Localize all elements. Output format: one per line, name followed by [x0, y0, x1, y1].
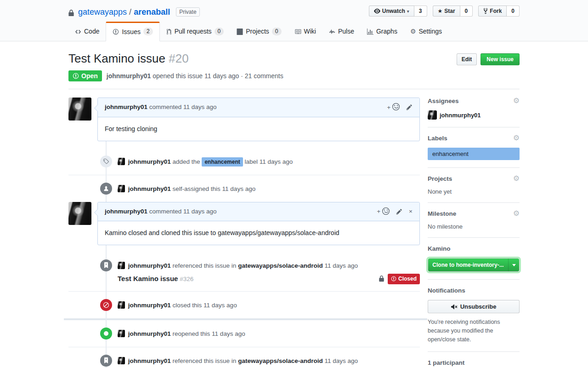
pencil-icon[interactable] — [406, 103, 413, 112]
edit-button[interactable]: Edit — [457, 53, 477, 65]
chevron-down-icon — [512, 264, 516, 268]
avatar — [428, 110, 437, 120]
gear-icon[interactable]: ⚙ — [513, 209, 520, 218]
smiley-icon[interactable] — [392, 103, 400, 112]
label-enhancement[interactable]: enhancement — [202, 157, 243, 167]
tab-issues[interactable]: Issues 2 — [106, 22, 159, 41]
pulse-icon — [329, 28, 335, 35]
referenced-issue-row: Test Kamino issue #326 Closed — [118, 274, 420, 284]
username-link[interactable]: johnmurphy01 — [128, 330, 171, 337]
fork-icon — [483, 8, 488, 14]
watchers-count[interactable]: 3 — [414, 6, 427, 17]
sidebar-labels: Labels ⚙ enhancement — [428, 135, 520, 168]
comment: johnmurphy01 commented 11 days ago + For… — [68, 98, 420, 141]
tab-settings[interactable]: ⚙ Settings — [404, 22, 448, 41]
sidebar-notifications: Notifications Unsubscribe You're receivi… — [428, 287, 520, 351]
kamino-clone-button: Clone to home-inventory-... — [428, 258, 520, 272]
avatar[interactable] — [118, 330, 125, 337]
unsubscribe-button[interactable]: Unsubscribe — [428, 300, 520, 313]
unwatch-button[interactable]: Unwatch ▾ — [369, 6, 414, 17]
notifications-reason-text: You're receiving notifications because y… — [428, 318, 520, 344]
label-enhancement[interactable]: enhancement — [428, 148, 520, 160]
pull-request-icon — [166, 28, 172, 35]
bookmark-icon — [100, 259, 112, 271]
username-link[interactable]: johnmurphy01 — [128, 357, 171, 364]
dot-icon — [100, 328, 112, 339]
tag-icon — [100, 155, 112, 167]
repo-owner-link[interactable]: gatewayapps — [78, 7, 127, 17]
username-link[interactable]: johnmurphy01 — [128, 185, 171, 192]
tab-graphs[interactable]: Graphs — [361, 22, 404, 41]
username-link[interactable]: johnmurphy01 — [105, 104, 147, 110]
clone-dropdown-button[interactable] — [508, 259, 519, 271]
gear-icon[interactable]: ⚙ — [513, 133, 520, 142]
add-reaction-plus: + — [387, 103, 390, 112]
add-reaction-plus: + — [377, 207, 381, 216]
tab-pulse[interactable]: Pulse — [322, 22, 361, 41]
avatar[interactable] — [68, 98, 91, 121]
avatar[interactable] — [118, 357, 125, 364]
event-reopened: johnmurphy01 reopened this 11 days ago — [68, 320, 420, 347]
issue-opened-icon — [73, 73, 79, 79]
issue-number: #20 — [169, 52, 188, 65]
referenced-repo-link[interactable]: gatewayapps/solace-android — [238, 262, 323, 269]
clone-to-repo-button[interactable]: Clone to home-inventory-... — [428, 259, 508, 271]
sidebar-assignees: Assignees ⚙ johnmurphy01 — [428, 98, 520, 127]
issues-count: 2 — [143, 28, 153, 35]
issue-author-link[interactable]: johnmurphy01 — [107, 72, 151, 80]
avatar[interactable] — [118, 262, 125, 269]
repo-header: gatewayapps / arenaball Private Unwatch … — [0, 0, 588, 41]
lock-icon — [68, 7, 74, 17]
assignee-user[interactable]: johnmurphy01 — [428, 110, 520, 120]
avatar[interactable] — [118, 185, 125, 192]
referenced-issue-link[interactable]: Test Kamino issue — [118, 275, 178, 282]
gear-icon[interactable]: ⚙ — [513, 174, 520, 183]
fork-button[interactable]: Fork — [478, 6, 507, 17]
sidebar-projects: Projects ⚙ None yet — [428, 175, 520, 203]
person-icon — [100, 183, 112, 195]
sidebar-milestone: Milestone ⚙ No milestone — [428, 210, 520, 238]
event-referenced: johnmurphy01 referenced this issue in ga… — [68, 347, 420, 368]
gear-icon[interactable]: ⚙ — [513, 96, 520, 105]
avatar[interactable] — [118, 158, 125, 165]
new-issue-button[interactable]: New issue — [481, 53, 520, 65]
mute-icon — [451, 303, 458, 310]
comment-body: Kamino closed and cloned this issue to g… — [98, 221, 419, 245]
avatar[interactable] — [118, 301, 125, 309]
repo-name-link[interactable]: arenaball — [134, 7, 170, 17]
pulls-count: 0 — [215, 28, 224, 35]
close-icon[interactable]: × — [409, 207, 413, 216]
comment-body: For testing cloning — [98, 117, 419, 141]
smiley-icon[interactable] — [382, 207, 390, 216]
username-link[interactable]: johnmurphy01 — [128, 302, 171, 309]
issue-meta-text: johnmurphy01 opened this issue 11 days a… — [107, 72, 283, 80]
tab-projects[interactable]: Projects 0 — [230, 22, 288, 41]
referenced-repo-link[interactable]: gatewayapps/solace-android — [238, 357, 323, 364]
visibility-badge: Private — [176, 7, 199, 17]
username-link[interactable]: johnmurphy01 — [105, 208, 147, 215]
repo-nav: Code Issues 2 Pull requests 0 Projects 0… — [68, 22, 520, 41]
tab-pull-requests[interactable]: Pull requests 0 — [160, 22, 231, 41]
event-closed: johnmurphy01 closed this 11 days ago — [68, 292, 420, 318]
username-link[interactable]: johnmurphy01 — [128, 262, 171, 269]
star-icon: ★ — [438, 8, 443, 14]
username-link[interactable]: johnmurphy01 — [128, 158, 171, 165]
sidebar-participants: 1 participant — [428, 359, 520, 368]
graph-icon — [367, 28, 373, 35]
avatar[interactable] — [68, 202, 91, 225]
tab-wiki[interactable]: Wiki — [288, 22, 322, 41]
tab-code[interactable]: Code — [68, 22, 106, 41]
projects-empty-text: None yet — [428, 188, 520, 195]
stars-count[interactable]: 0 — [460, 6, 473, 17]
comment-header: johnmurphy01 commented 11 days ago + — [98, 98, 419, 117]
issue-sidebar: Assignees ⚙ johnmurphy01 Labels ⚙ enhanc… — [428, 98, 520, 368]
project-icon — [237, 28, 243, 35]
star-button[interactable]: ★ Star — [433, 6, 460, 17]
forks-count[interactable]: 0 — [507, 6, 520, 17]
event-assigned: johnmurphy01 self-assigned this 11 days … — [68, 175, 420, 202]
sidebar-kamino: Kamino Clone to home-inventory-... — [428, 245, 520, 280]
pencil-icon[interactable] — [396, 207, 402, 216]
status-badge-closed: Closed — [388, 274, 420, 284]
referenced-issue-number: #326 — [180, 276, 193, 282]
page-title: Test Kamino issue #20 — [68, 52, 189, 66]
